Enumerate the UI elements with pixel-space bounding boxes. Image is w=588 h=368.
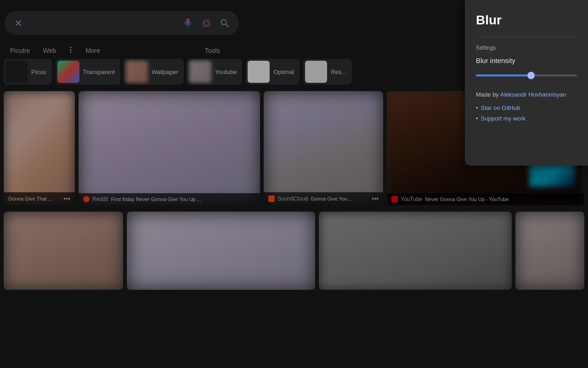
- panel-divider: [476, 37, 577, 37]
- made-by-text: Made by Aleksandr Hovhannisyan: [476, 91, 577, 98]
- link-item-1: Support my work: [476, 115, 577, 122]
- settings-label: Settings: [476, 45, 577, 51]
- panel-links: Star on GitHub Support my work: [476, 104, 577, 122]
- author-link[interactable]: Aleksandr Hovhannisyan: [500, 91, 566, 98]
- slider-wrapper: [476, 70, 577, 78]
- intensity-label: Blur intensity: [476, 57, 577, 64]
- support-work-link[interactable]: Support my work: [481, 115, 526, 122]
- blur-intensity-slider[interactable]: [476, 75, 577, 76]
- link-item-0: Star on GitHub: [476, 104, 577, 111]
- github-star-link[interactable]: Star on GitHub: [481, 104, 520, 111]
- blur-panel: Blur Settings Blur intensity Made by Ale…: [465, 0, 588, 166]
- panel-title: Blur: [476, 13, 577, 28]
